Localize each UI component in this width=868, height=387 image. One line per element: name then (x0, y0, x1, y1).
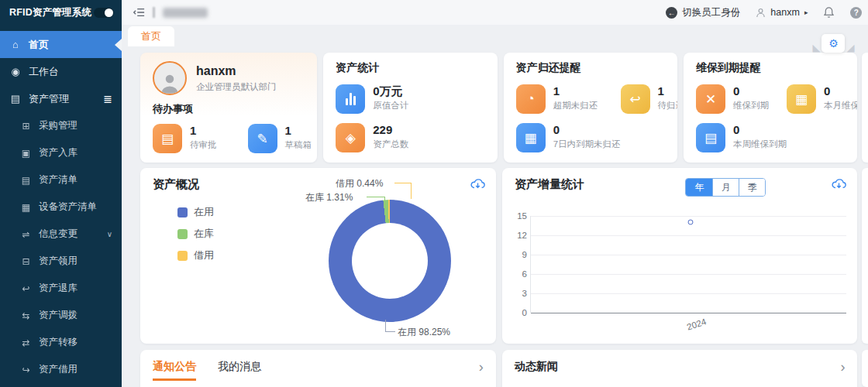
info-change-icon: ⇌ (20, 229, 32, 240)
chevron-right-icon[interactable]: › (840, 359, 845, 375)
overdue-stat: ◔ 1 超期未归还 (516, 84, 621, 114)
purchase-icon: ⊞ (20, 121, 32, 132)
sidebar-item-label: 资产转移 (39, 336, 78, 349)
maintenance-reminder-card: 维保到期提醒 ✕ 0 维保到期 ▦ 0 (684, 53, 857, 163)
submenu-toggle-icon[interactable]: ≣ (103, 93, 112, 105)
leader-line (411, 183, 412, 199)
sidebar-item-label: 设备资产清单 (39, 200, 97, 214)
todo-stats: ▤ 1 待审批 ✎ 1 草稿箱 (153, 124, 305, 153)
switch-identity-icon: ← (666, 7, 677, 19)
sidebar-item-asset-return-store[interactable]: ↩ 资产退库 (0, 275, 122, 302)
tab-my-messages[interactable]: 我的消息 (218, 360, 261, 381)
asset-overview-card: 资产概况 在用 在库 (140, 168, 496, 344)
tab-notice[interactable]: 通知公告 (153, 360, 196, 381)
sidebar-item-workbench[interactable]: ◉ 工作台 (0, 58, 122, 85)
stat-label: 本周维保到期 (733, 139, 787, 150)
period-month-button[interactable]: 月 (712, 179, 739, 196)
layers-icon: ◈ (336, 123, 365, 152)
asset-total-stat: ◈ 229 资产总数 (336, 123, 484, 152)
legend-label: 在用 (194, 205, 214, 219)
approval-doc-icon: ▤ (153, 124, 182, 153)
user-department: 企业管理员默认部门 (196, 81, 277, 93)
sidebar-item-device-asset-list[interactable]: ▦ 设备资产清单 (0, 194, 122, 221)
sidebar-item-info-change[interactable]: ⇌ 信息变更 ∨ (0, 221, 122, 248)
theme-toggle[interactable] (94, 8, 114, 18)
stat-value: 0万元 (373, 84, 408, 98)
sidebar-item-asset-list[interactable]: ▤ 资产清单 (0, 166, 122, 194)
leader-line (394, 183, 412, 183)
borrow-icon: ↪ (20, 365, 32, 375)
main-area: ← 切换员工身份 hanxm ▸ ? 首页 ◣ ⚙ ◢ (122, 0, 868, 387)
tab-scroll-right-icon[interactable]: ◢ (846, 43, 854, 53)
sidebar-item-label: 首页 (29, 38, 49, 52)
legend-label: 借用 (194, 248, 214, 262)
maintenance-reminder-items: ✕ 0 维保到期 ▦ 0 本月维保到期 (696, 84, 845, 152)
username: hanxm (770, 7, 800, 18)
y-tick: 6 (512, 269, 527, 279)
hand-return-icon: ↩ (621, 84, 650, 114)
legend-item-in-stock[interactable]: 在库 (177, 227, 214, 241)
sidebar-item-label: 工作台 (29, 65, 59, 79)
todo-drafts[interactable]: ✎ 1 草稿箱 (248, 124, 312, 153)
calendar-due-icon: ▦ (516, 123, 546, 152)
sidebar-item-asset-borrow[interactable]: ↪ 资产借用 (0, 356, 122, 383)
legend-label: 在库 (194, 227, 214, 241)
legend-item-borrowed[interactable]: 借用 (177, 248, 214, 262)
original-value-stat: 0万元 原值合计 (336, 84, 484, 114)
transfer-icon: ⇄ (20, 337, 32, 348)
inbound-icon: ▣ (20, 148, 32, 159)
avatar[interactable] (153, 61, 187, 95)
help-icon[interactable]: ? (850, 7, 862, 19)
sidebar-item-purchase[interactable]: ⊞ 采购管理 (0, 112, 122, 139)
todo-approval[interactable]: ▤ 1 待审批 (153, 124, 217, 153)
maintenance-month-stat: ▦ 0 本月维保到期 (787, 84, 857, 114)
leader-line (385, 320, 386, 332)
chart-title: 资产概况 (153, 177, 484, 192)
sidebar-item-asset-inbound[interactable]: ▣ 资产入库 (0, 139, 122, 166)
sidebar-item-asset-transfer[interactable]: ⇄ 资产转移 (0, 329, 122, 356)
sidebar-item-asset-allocate[interactable]: ⇆ 资产调拨 (0, 302, 122, 329)
due-7days-stat: ▦ 0 7日内到期未归还 (516, 123, 621, 152)
legend-item-in-use[interactable]: 在用 (177, 205, 214, 219)
news-card: 动态新闻 › (502, 350, 858, 387)
leader-line (385, 331, 395, 332)
period-year-button[interactable]: 年 (686, 179, 712, 196)
download-icon[interactable] (470, 177, 485, 194)
stat-value: 1 (553, 84, 598, 98)
sidebar-item-asset-management[interactable]: ▤ 资产管理 ≣ (0, 85, 122, 112)
download-icon[interactable] (832, 177, 846, 194)
next-card-edge (862, 53, 868, 163)
draft-doc-icon: ✎ (248, 124, 277, 153)
stat-label: 待审批 (190, 139, 217, 151)
settings-button[interactable]: ⚙ (822, 34, 845, 53)
tab-home[interactable]: 首页 (128, 26, 174, 46)
sidebar-header: RFID资产管理系统 (0, 0, 122, 25)
period-segmented-control: 年 月 季 (685, 178, 766, 197)
leader-line (367, 197, 385, 197)
chevron-down-icon: ∨ (107, 230, 112, 238)
period-quarter-button[interactable]: 季 (739, 179, 765, 196)
bottom-row: 通知公告 我的消息 › 动态新闻 › (140, 350, 857, 387)
card-title: 资产统计 (336, 61, 484, 75)
sidebar-item-asset-claim[interactable]: ⊟ 资产领用 (0, 248, 122, 275)
chart-title: 资产增量统计 (515, 177, 845, 192)
maintenance-due-stat: ✕ 0 维保到期 (696, 84, 787, 114)
home-icon: ⌂ (9, 39, 22, 50)
switch-identity-button[interactable]: ← 切换员工身份 (666, 6, 740, 19)
menu-fold-icon[interactable] (133, 7, 145, 18)
dashboard-content: hanxm 企业管理员默认部门 待办事项 ▤ 1 待审批 (122, 46, 868, 387)
tab-scroll-left-icon[interactable]: ◣ (812, 43, 820, 53)
return-store-icon: ↩ (20, 283, 32, 294)
card-title: 维保到期提醒 (696, 61, 845, 75)
notification-bell-icon[interactable] (823, 6, 835, 19)
user-menu[interactable]: hanxm ▸ (756, 7, 808, 18)
y-tick: 12 (512, 231, 527, 240)
tab-tools: ◣ ⚙ ◢ (812, 34, 854, 53)
asset-increment-card: 资产增量统计 年 月 季 15 12 9 6 3 0 (502, 168, 857, 344)
sidebar-item-home[interactable]: ⌂ 首页 (0, 31, 122, 58)
next-card-edge (862, 168, 868, 344)
chevron-right-icon[interactable]: › (479, 359, 484, 375)
x-tick-label: 2024 (686, 317, 708, 331)
asset-list-icon: ▤ (20, 175, 32, 186)
stat-label: 待归还资产 (658, 100, 677, 111)
